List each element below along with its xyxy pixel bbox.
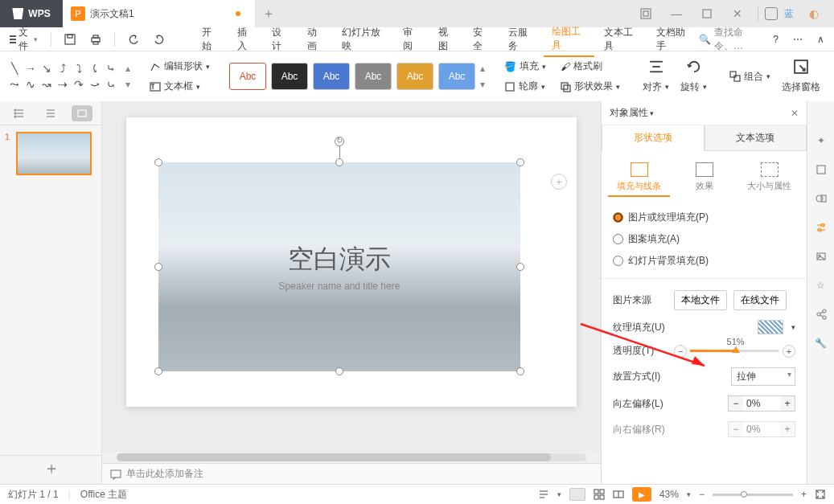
- shape-styles[interactable]: Abc Abc Abc Abc Abc Abc: [229, 63, 475, 90]
- list-view-tab[interactable]: [40, 105, 61, 121]
- online-file-button[interactable]: 在线文件: [733, 290, 787, 310]
- selected-shape[interactable]: 空白演示 Speaker name and title here: [158, 162, 520, 371]
- radio-slidebg-fill[interactable]: 幻灯片背景填充(B): [613, 250, 795, 272]
- rail-tools-icon[interactable]: 🔧: [814, 336, 828, 350]
- rail-gallery-icon[interactable]: [814, 249, 828, 264]
- rail-share-icon[interactable]: [814, 307, 828, 322]
- command-search[interactable]: 🔍查找命令、…: [699, 26, 763, 53]
- close-button[interactable]: ✕: [724, 2, 751, 26]
- horizontal-scrollbar[interactable]: [102, 452, 601, 463]
- slide-thumbnail-1[interactable]: 1: [5, 132, 97, 175]
- size-props-subtab[interactable]: 大小与属性: [738, 159, 800, 197]
- resize-handle-tr[interactable]: [516, 158, 524, 166]
- notes-bar[interactable]: 单击此处添加备注: [102, 463, 601, 484]
- notification-icon[interactable]: [765, 7, 778, 20]
- notes-toggle-icon[interactable]: [538, 489, 549, 500]
- shape-options-tab[interactable]: 形状选项: [602, 125, 705, 151]
- resize-handle-mr[interactable]: [516, 263, 524, 271]
- opacity-slider[interactable]: 51%: [690, 350, 779, 352]
- file-menu[interactable]: 文件▾: [5, 23, 43, 55]
- resize-handle-bl[interactable]: [154, 367, 162, 375]
- style-1[interactable]: Abc: [229, 63, 266, 90]
- more-menu[interactable]: ⋯: [788, 31, 807, 47]
- collapse-ribbon[interactable]: ∧: [812, 31, 829, 47]
- sorter-view-button[interactable]: [594, 489, 605, 500]
- textbox-button[interactable]: 文本框▾: [146, 78, 213, 95]
- effects-subtab[interactable]: 效果: [673, 159, 735, 197]
- user-label[interactable]: 蓝: [781, 7, 797, 21]
- offset-left-spinner[interactable]: −0%+: [728, 395, 795, 412]
- shape-effects-button[interactable]: 形状效果▾: [557, 78, 623, 95]
- fill-button[interactable]: 🪣填充▾: [501, 58, 549, 75]
- rotate-handle[interactable]: [335, 137, 344, 146]
- tab-drawing-tools[interactable]: 绘图工具: [544, 22, 594, 57]
- shape-gallery[interactable]: ╲→↘⤴⤵⤹⤷ ⤳∿↝⇢↷⤻⤿: [5, 59, 121, 94]
- edit-shape-button[interactable]: 编辑形状▾: [146, 58, 213, 75]
- reading-view-button[interactable]: [613, 489, 624, 500]
- style-6[interactable]: Abc: [438, 63, 475, 90]
- outline-view-tab[interactable]: [9, 105, 30, 121]
- resize-handle-br[interactable]: [516, 367, 524, 375]
- align-button[interactable]: 对齐▾: [639, 79, 672, 96]
- rail-magic-icon[interactable]: ✦: [814, 133, 828, 148]
- local-file-button[interactable]: 本地文件: [674, 290, 727, 310]
- rail-template-icon[interactable]: [814, 162, 828, 177]
- fill-line-subtab[interactable]: 填充与线条: [608, 159, 670, 197]
- resize-handle-bm[interactable]: [335, 367, 343, 375]
- tab-slideshow[interactable]: 幻灯片放映: [334, 23, 393, 56]
- document-tab[interactable]: P 演示文稿1: [63, 0, 255, 27]
- add-slide-button[interactable]: ＋: [0, 455, 102, 481]
- radio-picture-fill[interactable]: 图片或纹理填充(P): [613, 207, 795, 228]
- tab-text-tools[interactable]: 文本工具: [596, 23, 647, 56]
- notes-icon: [110, 469, 121, 480]
- tab-animation[interactable]: 动画: [299, 23, 333, 56]
- tab-view[interactable]: 视图: [430, 23, 464, 56]
- format-painter-button[interactable]: 🖌格式刷: [557, 58, 606, 75]
- outline-button[interactable]: 轮廓▾: [501, 78, 548, 95]
- tab-security[interactable]: 安全: [465, 23, 499, 56]
- rail-favorite-icon[interactable]: ☆: [814, 278, 828, 293]
- radio-pattern-fill[interactable]: 图案填充(A): [613, 228, 795, 250]
- text-options-tab[interactable]: 文本选项: [705, 125, 807, 151]
- resize-handle-tm[interactable]: [335, 158, 343, 166]
- style-4[interactable]: Abc: [355, 63, 392, 90]
- fit-window-button[interactable]: [815, 489, 826, 500]
- user-avatar-icon[interactable]: ◐: [800, 2, 828, 26]
- close-panel-button[interactable]: ✕: [791, 108, 799, 119]
- zoom-out[interactable]: −: [699, 489, 705, 500]
- save-button[interactable]: [60, 31, 80, 47]
- combine-button[interactable]: 组合▾: [726, 68, 774, 85]
- rotate-button[interactable]: 旋转▾: [677, 79, 710, 96]
- tab-cloud[interactable]: 云服务: [500, 23, 542, 56]
- print-button[interactable]: [85, 31, 106, 47]
- tab-design[interactable]: 设计: [264, 23, 298, 56]
- rail-shape-icon[interactable]: [814, 191, 828, 206]
- help-button[interactable]: ?: [768, 31, 783, 47]
- slideshow-button[interactable]: ▶: [632, 487, 651, 502]
- zoom-in[interactable]: +: [801, 489, 807, 500]
- thumbnail-view-tab[interactable]: [72, 105, 92, 121]
- style-5[interactable]: Abc: [396, 63, 433, 90]
- selection-pane-button[interactable]: 选择窗格: [779, 79, 824, 96]
- rail-properties-icon[interactable]: [814, 220, 828, 235]
- redo-button[interactable]: [149, 31, 170, 47]
- svg-rect-37: [111, 470, 121, 477]
- slide-add-icon[interactable]: ＋: [551, 174, 567, 190]
- resize-handle-ml[interactable]: [154, 263, 162, 271]
- zoom-slider[interactable]: [713, 494, 793, 496]
- undo-button[interactable]: [123, 31, 144, 47]
- slide-canvas[interactable]: 空白演示 Speaker name and title here ＋: [126, 117, 577, 407]
- normal-view-button[interactable]: [569, 488, 585, 501]
- fit-select[interactable]: 拉伸: [731, 367, 795, 386]
- svg-rect-57: [594, 490, 598, 494]
- offset-right-spinner[interactable]: −0%+: [728, 421, 795, 437]
- tab-review[interactable]: 审阅: [395, 23, 429, 56]
- opacity-minus[interactable]: −: [674, 345, 687, 358]
- opacity-plus[interactable]: +: [783, 345, 795, 358]
- tab-doc-helper[interactable]: 文档助手: [648, 23, 699, 56]
- style-2[interactable]: Abc: [271, 63, 308, 90]
- texture-picker[interactable]: [758, 320, 783, 334]
- offset-left-label: 向左偏移(L): [613, 397, 668, 411]
- style-3[interactable]: Abc: [313, 63, 350, 90]
- resize-handle-tl[interactable]: [154, 158, 162, 166]
